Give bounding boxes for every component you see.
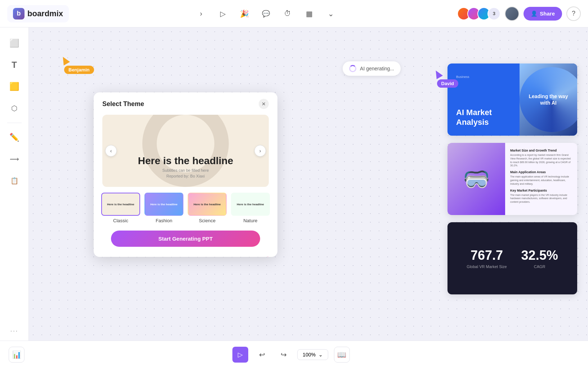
more-tool[interactable]: ⌄: [324, 6, 338, 21]
help-button[interactable]: ?: [566, 6, 581, 21]
avatar-count: 3: [487, 7, 500, 20]
logo-text: boardmix: [27, 9, 63, 18]
sidebar-item-sticky[interactable]: 🟨: [4, 76, 24, 97]
slide1-right: Leading the way with AI: [520, 63, 577, 136]
theme-fashion-thumb: Here is the headline: [144, 193, 183, 216]
slide1-left: Business AI Market Analysis: [447, 63, 520, 136]
section3-text: The main market players in the VR indust…: [510, 193, 572, 204]
theme-science[interactable]: Here is the headline Science: [188, 193, 227, 223]
play-button[interactable]: ▷: [232, 347, 248, 363]
sidebar: ⬜ T 🟨 ⬡ ✏️ ⟿ 📋 ···: [0, 27, 29, 341]
chevron-right-tool[interactable]: ›: [194, 6, 208, 21]
modal-header: Select Theme ✕: [94, 92, 277, 109]
theme-nature[interactable]: Here is the headline Nature: [231, 193, 270, 223]
benjamin-label: Benjamin: [64, 66, 94, 74]
slide-preview-content: Here is the headline Subtitles can be fi…: [138, 155, 233, 187]
theme-classic-label: Classic: [113, 218, 128, 223]
bottom-left: 📊: [9, 347, 24, 363]
section2-title: Main Application Areas: [510, 170, 572, 174]
david-label: David: [437, 79, 458, 88]
preview-prev-button[interactable]: ‹: [105, 145, 117, 157]
theme-nature-thumb: Here is the headline: [231, 193, 270, 216]
preview-next-button[interactable]: ›: [254, 145, 266, 157]
theme-classic-thumb: Here is the headline: [101, 193, 140, 216]
share-button[interactable]: 👤 Share: [524, 7, 562, 21]
play-tool[interactable]: ▷: [215, 6, 230, 21]
slide2-section3: Key Market Participants The main market …: [510, 189, 572, 204]
slide2-section1: Market Size and Growth Trend According t…: [510, 149, 572, 167]
section1-title: Market Size and Growth Trend: [510, 149, 572, 152]
slide-reporter: Reported by: Bo Xiaxi: [138, 174, 233, 178]
theme-science-thumb: Here is the headline: [188, 193, 227, 216]
collaborators: 3: [457, 7, 500, 20]
slide1-badge: Business: [456, 75, 511, 79]
slide1-title: AI Market Analysis: [456, 108, 511, 127]
vr-person-image: 🥽: [447, 143, 505, 215]
theme-fashion-label: Fashion: [156, 218, 172, 223]
theme-grid: Here is the headline Classic Here is the…: [94, 193, 277, 223]
undo-button[interactable]: ↩: [254, 347, 270, 363]
zoom-control[interactable]: 100% ⌄: [297, 349, 328, 360]
select-theme-modal: Select Theme ✕ ‹ › Here is the headline …: [94, 92, 277, 257]
presentation-slides: Business AI Market Analysis Leading the …: [447, 63, 577, 294]
bottom-bar: 📊 ▷ ↩ ↪ 100% ⌄ 📖: [0, 341, 588, 368]
redo-button[interactable]: ↪: [276, 347, 291, 363]
stat2-value: 32.5%: [521, 248, 558, 263]
section2-text: The main application areas of VR technol…: [510, 175, 572, 185]
slide-stats: 767.7 Global VR Market Size 32.5% CAGR: [447, 222, 577, 294]
stat1-label: Global VR Market Size: [467, 264, 507, 269]
ai-generating-indicator: AI generating...: [343, 61, 401, 76]
sidebar-item-template[interactable]: 📋: [4, 171, 24, 191]
slide-vr: 🥽 Market Size and Growth Trend According…: [447, 143, 577, 215]
slide-subtitle: Subtitles can be filled here: [138, 168, 233, 172]
cursor-david: David: [434, 70, 458, 88]
book-button[interactable]: 📖: [334, 347, 350, 363]
header: b boardmix › ▷ 🎉 💬 ⏱ ▦ ⌄ 3 👤 Share ?: [0, 0, 588, 27]
timer-tool[interactable]: ⏱: [280, 6, 295, 21]
section1-text: According to a report by market research…: [510, 153, 572, 167]
toolbar: › ▷ 🎉 💬 ⏱ ▦ ⌄: [80, 6, 451, 21]
sidebar-more[interactable]: ···: [10, 327, 18, 335]
presenter-button[interactable]: 📊: [9, 347, 24, 363]
david-arrow-icon: [432, 69, 442, 79]
sidebar-item-frame[interactable]: ⬜: [4, 33, 24, 53]
start-generating-button[interactable]: Start Generating PPT: [111, 231, 260, 247]
slide1-subtitle: Leading the way with AI: [524, 93, 573, 106]
slide1-text: Leading the way with AI: [520, 89, 577, 110]
sidebar-item-text[interactable]: T: [4, 55, 24, 75]
sidebar-item-pen[interactable]: ✏️: [4, 127, 24, 148]
modal-close-button[interactable]: ✕: [259, 99, 269, 109]
share-icon: 👤: [531, 10, 538, 17]
sidebar-item-shapes[interactable]: ⬡: [4, 98, 24, 118]
ai-spinner-icon: [349, 65, 356, 72]
stat-market-size: 767.7 Global VR Market Size: [467, 248, 507, 269]
current-user-avatar[interactable]: [505, 6, 519, 21]
bottom-center: ▷ ↩ ↪ 100% ⌄ 📖: [232, 347, 350, 363]
celebration-tool[interactable]: 🎉: [237, 6, 251, 21]
slide2-image: 🥽: [447, 143, 505, 215]
cursor-benjamin: Benjamin: [61, 56, 94, 74]
stat2-label: CAGR: [521, 264, 558, 269]
chart-tool[interactable]: ▦: [302, 6, 316, 21]
slide-preview: ‹ › Here is the headline Subtitles can b…: [102, 115, 269, 187]
chat-tool[interactable]: 💬: [259, 6, 273, 21]
slide2-section2: Main Application Areas The main applicat…: [510, 170, 572, 185]
header-right: 3 👤 Share ?: [457, 6, 581, 21]
zoom-value: 100%: [303, 352, 316, 358]
ai-generating-text: AI generating...: [360, 66, 394, 71]
theme-classic[interactable]: Here is the headline Classic: [101, 193, 140, 223]
canvas[interactable]: Benjamin David AI generating... Select T…: [29, 27, 588, 341]
slide-headline: Here is the headline: [138, 155, 233, 167]
theme-science-label: Science: [199, 218, 215, 223]
stat1-value: 767.7: [467, 248, 507, 263]
logo-area[interactable]: b boardmix: [7, 5, 69, 22]
zoom-chevron-icon: ⌄: [318, 352, 323, 358]
stat-cagr: 32.5% CAGR: [521, 248, 558, 269]
slide-ai-market-analysis: Business AI Market Analysis Leading the …: [447, 63, 577, 136]
theme-fashion[interactable]: Here is the headline Fashion: [144, 193, 183, 223]
benjamin-arrow-icon: [60, 55, 70, 65]
section3-title: Key Market Participants: [510, 189, 572, 192]
sidebar-divider: [7, 123, 22, 123]
sidebar-item-connector[interactable]: ⟿: [4, 149, 24, 169]
modal-title: Select Theme: [102, 100, 144, 108]
